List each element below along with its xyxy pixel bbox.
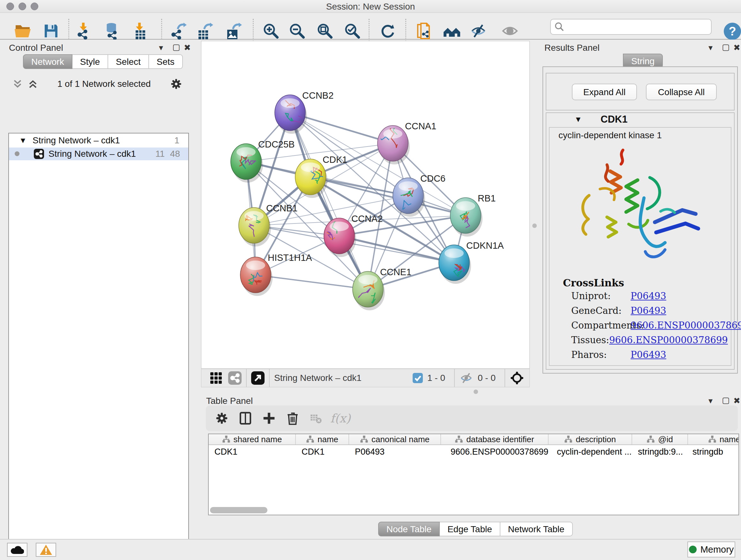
panel-menu-icon[interactable]: ▾: [709, 43, 713, 53]
cell-name[interactable]: CDK1: [296, 446, 349, 458]
column-header[interactable]: database identifier: [441, 434, 549, 444]
cell-description[interactable]: cyclin-dependent ...: [549, 446, 632, 458]
cloud-status-button[interactable]: [7, 543, 27, 557]
node-label: CCNB1: [266, 203, 297, 213]
memory-button[interactable]: Memory: [687, 542, 735, 557]
panel-menu-icon[interactable]: ▾: [709, 396, 713, 406]
fit-content-crosshair-icon[interactable]: [510, 371, 524, 385]
panel-float-icon[interactable]: ▢: [722, 395, 730, 405]
first-neighbors-icon[interactable]: [442, 21, 461, 41]
show-columns-icon[interactable]: [239, 411, 253, 425]
import-network-file-icon[interactable]: [74, 21, 93, 41]
tab-style[interactable]: Style: [72, 54, 108, 69]
network-edge-CCNA2-CDKN1A[interactable]: [339, 236, 454, 263]
expand-all-networks-icon[interactable]: [27, 78, 38, 89]
export-table-icon[interactable]: [195, 21, 214, 41]
tree-icon: [455, 435, 463, 443]
network-edge-CCNB2-CCNE1[interactable]: [290, 113, 368, 289]
panel-menu-icon[interactable]: ▾: [159, 43, 163, 53]
cell-namespace[interactable]: stringdb: [688, 446, 739, 458]
selected-checkbox-icon[interactable]: [413, 373, 423, 383]
network-collection-row[interactable]: ▼ String Network – cdk1 1: [9, 135, 188, 147]
panel-float-icon[interactable]: ▢: [172, 42, 180, 52]
network-node-CCNB2[interactable]: CCNB2: [275, 90, 333, 134]
panel-float-icon[interactable]: ▢: [722, 42, 730, 52]
open-file-icon[interactable]: [13, 21, 32, 41]
panel-close-icon[interactable]: ✖: [733, 396, 740, 406]
network-node-CDKN1A[interactable]: CDKN1A: [439, 240, 504, 284]
expand-all-button[interactable]: Expand All: [572, 84, 637, 100]
birds-eye-view-icon[interactable]: [210, 372, 222, 384]
horizontal-scrollbar-thumb[interactable]: [210, 507, 267, 513]
crosslink-tissues[interactable]: 9606.ENSP00000378699: [609, 334, 728, 349]
zoom-selected-icon[interactable]: [343, 21, 362, 41]
network-node-CDC6[interactable]: CDC6: [393, 173, 446, 217]
splitter-handle[interactable]: [474, 389, 478, 394]
network-node-RB1[interactable]: RB1: [450, 193, 495, 237]
crosslink-genecard[interactable]: P06493: [630, 305, 666, 320]
crosslink-pharos[interactable]: P06493: [630, 349, 666, 364]
crosslink-compartments[interactable]: 9606.ENSP00000378699: [630, 320, 741, 334]
panel-close-icon[interactable]: ✖: [184, 43, 191, 53]
zoom-out-icon[interactable]: [287, 21, 307, 41]
tab-network[interactable]: Network: [23, 54, 72, 69]
cell-canonical-name[interactable]: P06493: [349, 446, 441, 458]
session-documents-icon[interactable]: [414, 21, 434, 41]
zoom-in-icon[interactable]: [261, 21, 280, 41]
node-table[interactable]: shared name name canonical name database…: [208, 434, 739, 515]
collapse-all-networks-icon[interactable]: [12, 78, 23, 89]
column-header[interactable]: shared name: [209, 434, 296, 444]
column-header[interactable]: namespace: [688, 434, 739, 444]
tree-expand-icon[interactable]: ▼: [19, 136, 27, 145]
help-button[interactable]: ?: [724, 23, 741, 40]
column-header[interactable]: @id: [632, 434, 688, 444]
cell-id[interactable]: stringdb:9...: [632, 446, 688, 458]
network-options-gear-icon[interactable]: [170, 78, 183, 90]
export-network-icon[interactable]: [169, 21, 188, 41]
panel-close-icon[interactable]: ✖: [733, 43, 740, 53]
search-input[interactable]: [568, 20, 711, 33]
table-toolbar: f(x): [206, 406, 738, 431]
cell-shared-name[interactable]: CDK1: [209, 446, 296, 458]
collapse-all-button[interactable]: Collapse All: [646, 84, 717, 100]
network-node-count: 11: [155, 149, 165, 159]
export-image-icon[interactable]: [224, 21, 243, 41]
window-title: Session: New Session: [0, 2, 741, 12]
node-label: CDC25B: [258, 139, 294, 149]
network-selected-summary: 1 of 1 Network selected: [38, 79, 170, 89]
save-session-icon[interactable]: [42, 21, 61, 41]
column-header[interactable]: name: [296, 434, 349, 444]
tab-sets[interactable]: Sets: [149, 54, 183, 69]
toolbar-separator: [405, 19, 406, 42]
create-column-plus-icon[interactable]: [262, 411, 276, 425]
table-options-gear-icon[interactable]: [215, 411, 229, 425]
cell-database-identifier[interactable]: 9606.ENSP00000378699: [441, 446, 549, 458]
tab-edge-table[interactable]: Edge Table: [440, 522, 500, 537]
hide-selected-icon[interactable]: [469, 21, 488, 41]
import-network-database-icon[interactable]: [102, 21, 121, 41]
warning-status-button[interactable]: [36, 543, 56, 557]
import-table-file-icon[interactable]: [131, 21, 150, 41]
refresh-icon[interactable]: [378, 21, 397, 41]
network-node-CDC25B[interactable]: CDC25B: [231, 139, 294, 183]
crosslink-label: Pharos:: [571, 349, 630, 364]
network-node-HIST1H1A[interactable]: HIST1H1A: [240, 253, 312, 296]
column-header[interactable]: description: [549, 434, 632, 444]
table-row[interactable]: CDK1 CDK1 P06493 9606.ENSP00000378699 cy…: [209, 446, 739, 458]
network-node-CDK1[interactable]: CDK1: [295, 154, 347, 198]
tab-select[interactable]: Select: [108, 54, 149, 69]
network-node-CCNB1[interactable]: CCNB1: [239, 203, 297, 246]
column-header[interactable]: canonical name: [349, 434, 441, 444]
tab-network-table[interactable]: Network Table: [500, 522, 573, 537]
crosslink-uniprot[interactable]: P06493: [630, 291, 666, 305]
section-collapse-icon[interactable]: ▼: [575, 115, 582, 124]
network-node-CCNE1[interactable]: CCNE1: [353, 267, 411, 310]
tab-node-table[interactable]: Node Table: [378, 522, 440, 537]
delete-column-trash-icon[interactable]: [286, 411, 300, 425]
network-view-canvas[interactable]: CDK1CCNB1CCNB2CCNA1CCNA2CDC25BCDC6RB1CDK…: [201, 41, 530, 369]
network-row-selected[interactable]: String Network – cdk1 11 48: [9, 147, 188, 160]
network-node-CCNA1[interactable]: CCNA1: [369, 121, 436, 165]
zoom-fit-icon[interactable]: [315, 21, 334, 41]
open-in-window-icon[interactable]: [251, 371, 265, 385]
splitter-handle[interactable]: [532, 224, 537, 228]
